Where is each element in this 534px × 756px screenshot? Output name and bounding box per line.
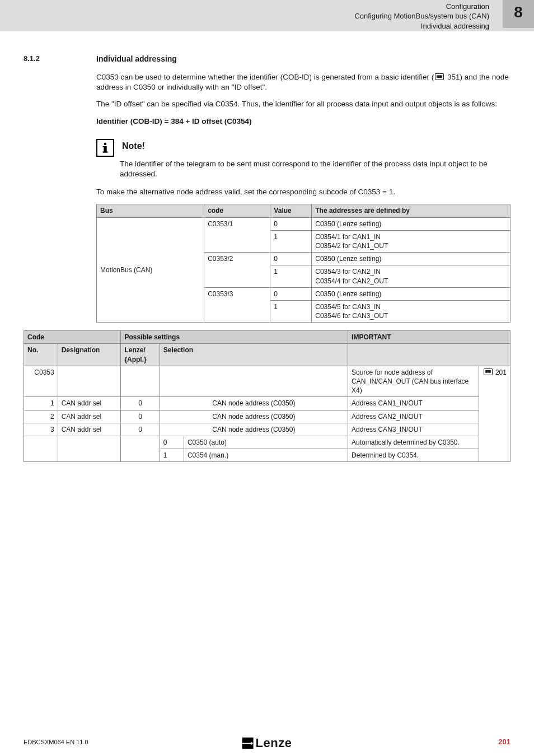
ct-sel: CAN node address (C0350) [160, 397, 348, 410]
ct-h2-desig: Designation [58, 344, 121, 366]
ct-desig: CAN addr sel [58, 397, 121, 410]
page-subtitle-2: Individual addressing [354, 21, 489, 31]
identifier-formula: Identifier (COB-ID) = 384 + ID offset (C… [96, 116, 510, 127]
code-table: Code Possible settings IMPORTANT No. Des… [24, 330, 510, 462]
bus-val: 0 [270, 253, 312, 265]
bus-code-3: C0353/3 [204, 287, 270, 323]
ct-no: 2 [24, 410, 58, 423]
bus-table: Bus code Value The addresses are defined… [96, 204, 510, 323]
bus-th-value: Value [270, 204, 312, 217]
ct-lenze: 0 [121, 423, 160, 436]
ct-desig: CAN addr sel [58, 423, 121, 436]
paragraph-1: C0353 can be used to determine whether t… [96, 72, 510, 92]
ct-desig [58, 366, 121, 397]
ct-important: Address CAN1_IN/OUT [348, 397, 479, 410]
ct-lenze: 0 [121, 410, 160, 423]
ct-sel-b: C0350 (auto) [184, 436, 348, 449]
brand-logo-mark: ⟶ [242, 738, 254, 749]
ct-important: Address CAN3_IN/OUT [348, 423, 479, 436]
paragraph-1a: C0353 can be used to determine whether t… [96, 73, 434, 81]
ct-h1-important: IMPORTANT [348, 331, 510, 344]
ct-h2-sel: Selection [160, 344, 348, 366]
ct-lenze: 0 [121, 397, 160, 410]
ct-sel-a: 1 [160, 449, 184, 462]
ct-h1-code: Code [24, 331, 121, 344]
paragraph-4: To make the alternative node address val… [96, 187, 510, 197]
page-subtitle-1: Configuring MotionBus/system bus (CAN) [354, 11, 489, 21]
ct-no: 3 [24, 423, 58, 436]
ct-sel-b: C0354 (man.) [184, 449, 348, 462]
ct-important: Automatically determined by C0350. [348, 436, 479, 449]
ct-lenze [121, 436, 160, 461]
ct-sel-a: 0 [160, 436, 184, 449]
info-icon [96, 139, 114, 157]
doc-id: EDBCSXM064 EN 11.0 [24, 738, 88, 746]
brand-name: Lenze [256, 735, 292, 752]
ct-sel: CAN node address (C0350) [160, 410, 348, 423]
ct-h2-lenze: Lenze/ {Appl.} [121, 344, 160, 366]
ct-sel: CAN node address (C0350) [160, 423, 348, 436]
chapter-number: 8 [514, 2, 523, 23]
bus-label: MotionBus (CAN) [97, 217, 204, 323]
svg-rect-3 [103, 146, 105, 147]
note-block: Note! [96, 138, 510, 157]
bus-val: 0 [270, 217, 312, 230]
note-body: The identifier of the telegram to be sen… [120, 159, 510, 179]
ct-h1-possible: Possible settings [121, 331, 348, 344]
svg-rect-2 [103, 151, 108, 152]
ct-sel [160, 366, 348, 397]
ct-no [24, 436, 58, 461]
page-number: 201 [498, 737, 510, 747]
bus-code-2: C0353/2 [204, 253, 270, 288]
svg-point-0 [104, 142, 107, 145]
bus-code-1: C0353/1 [204, 217, 270, 253]
ct-h2-no: No. [24, 344, 58, 366]
ct-desig [58, 436, 121, 461]
bus-def: C0350 (Lenze setting) [312, 217, 510, 230]
ct-h2-blank [348, 344, 510, 366]
bus-def: C0354/1 for CAN1_IN C0354/2 for CAN1_OUT [312, 230, 510, 252]
header-bar: Configuration Configuring MotionBus/syst… [0, 0, 534, 31]
bus-th-code: code [204, 204, 270, 217]
page-ref-icon [435, 73, 444, 80]
note-heading: Note! [122, 140, 145, 152]
ct-pageref: 201 [479, 366, 510, 462]
section-title: Individual addressing [96, 54, 177, 64]
page-ref-icon [484, 368, 493, 375]
bus-val: 1 [270, 265, 312, 287]
bus-val: 1 [270, 230, 312, 252]
bus-def: C0350 (Lenze setting) [312, 287, 510, 300]
page-title: Configuration [354, 2, 489, 12]
section-number: 8.1.2 [24, 54, 76, 64]
bus-val: 0 [270, 287, 312, 300]
paragraph-2: The "ID offset" can be specified via C03… [96, 99, 510, 109]
ct-no: 1 [24, 397, 58, 410]
bus-th-bus: Bus [97, 204, 204, 217]
ct-important: Source for node address of CAN_IN/CAN_OU… [348, 366, 479, 397]
bus-def: C0354/5 for CAN3_IN C0354/6 for CAN3_OUT [312, 300, 510, 322]
bus-def: C0350 (Lenze setting) [312, 253, 510, 265]
ct-desig: CAN addr sel [58, 410, 121, 423]
bus-val: 1 [270, 300, 312, 322]
ct-important: Address CAN2_IN/OUT [348, 410, 479, 423]
brand-logo: ⟶ Lenze [242, 735, 292, 752]
ct-no: C0353 [24, 366, 58, 397]
ct-pageref-num: 201 [494, 368, 507, 376]
bus-def: C0354/3 for CAN2_IN C0354/4 for CAN2_OUT [312, 265, 510, 287]
chapter-number-badge: 8 [503, 0, 534, 28]
bus-th-def: The addresses are defined by [312, 204, 510, 217]
ct-important: Determined by C0354. [348, 449, 479, 462]
ct-lenze [121, 366, 160, 397]
